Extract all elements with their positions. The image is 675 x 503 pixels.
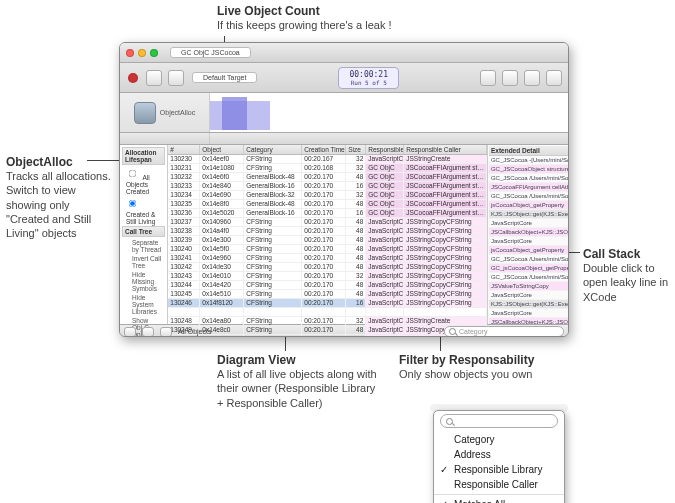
stack-frame[interactable]: GC_JSCocoa /Users/mini/Softwar… [489,192,568,201]
table-row[interactable]: 1302360x14e5020GeneralBlock-1600:20.1701… [168,209,487,218]
instruments-window: GC ObjC JSCocoa Default Target 00:00:21 … [119,42,569,337]
stack-frame[interactable]: JavaScriptCore [489,309,568,318]
table-row[interactable]: 1302480x14ea80CFString00:20.17032JavaScr… [168,317,487,326]
table-row[interactable]: 1302400x14e5f0CFString00:20.17048JavaScr… [168,245,487,254]
popup-matches-all[interactable]: Matches All [434,494,564,503]
table-row[interactable]: 1302460x14f8120CFString00:20.17016JavaSc… [168,299,487,308]
toolbar: Default Target 00:00:21 Run 5 of 5 [120,63,568,93]
time-display: 00:00:21 Run 5 of 5 [338,67,399,89]
record-button[interactable] [128,73,138,83]
stack-frame[interactable]: JavaScriptCore [489,219,568,228]
view-button[interactable] [524,70,540,86]
table-row[interactable]: 1302380x14a4f0CFString00:20.17048JavaScr… [168,227,487,236]
stack-frame[interactable]: GC_JSCocoaObject structureFrom… [489,165,568,174]
ann-objectalloc-title: ObjectAlloc [6,155,114,169]
col-ctime: Creation Time [302,145,346,154]
table-row[interactable]: 1302420x14de30CFString00:20.17048JavaScr… [168,263,487,272]
objectalloc-icon [134,102,156,124]
col-resp-lib: Responsible Li [366,145,404,154]
stack-frame[interactable]: GC_JSCocoa /Users/mini/Softwr [489,255,568,264]
stack-frame[interactable]: jsCocoaObject_getProperty [489,246,568,255]
sidebar-invert-tree[interactable]: Invert Call Tree [122,254,165,270]
table-row[interactable]: 1302430x14e010CFString00:20.17032JavaScr… [168,272,487,281]
search-icon [449,328,456,335]
popup-responsible-library[interactable]: Responsible Library [434,462,564,477]
col-num: # [168,145,200,154]
stack-frame[interactable]: JSCallbackObject+KJS::JSObject… [489,228,568,237]
view-diagram-button[interactable] [160,327,172,337]
sidebar-hide-missing[interactable]: Hide Missing Symbols [122,270,165,293]
search-icon [446,418,453,425]
stack-frame[interactable]: JSValueToStringCopy [489,282,568,291]
sidebar-separate-thread[interactable]: Separate by Thread [122,238,165,254]
table-row[interactable]: 1302320x14e6f0GeneralBlock-4800:20.17048… [168,173,487,182]
stack-frame[interactable]: GC_JSCocoa /Users/mini/Softwar… [489,174,568,183]
search-filter-popup[interactable]: Category Address Responsible Library Res… [433,410,565,503]
extended-detail-panel[interactable]: Extended Detail GC_JSCocoa -[Users/mini/… [487,145,569,324]
col-category: Category [244,145,302,154]
timeline: ObjectAlloc [120,93,568,133]
stack-frame[interactable]: jsCocoaObject_getProperty [489,201,568,210]
range-end-button[interactable] [502,70,518,86]
ann-callstack-body: Double click to open leaky line in XCode [583,261,669,304]
ann-filter-title: Filter by Responsability [399,353,579,367]
table-row[interactable]: 1302310x14e1080CFString00:20.16832GC Obj… [168,164,487,173]
popup-address[interactable]: Address [434,447,564,462]
zoom-icon[interactable] [150,49,158,57]
popup-responsible-caller[interactable]: Responsible Caller [434,477,564,492]
sidebar-hide-system[interactable]: Hide System Libraries [122,293,165,316]
table-row[interactable]: 1302450x14e510CFString00:20.17048JavaScr… [168,290,487,299]
table-header[interactable]: # Object Category Creation Time Size Res… [168,145,487,155]
extended-detail-header: Extended Detail [489,146,568,156]
stack-frame[interactable]: JavaScriptCore [489,291,568,300]
ann-callstack-title: Call Stack [583,247,669,261]
table-row[interactable]: 1302390x14e300CFString00:20.17048JavaScr… [168,236,487,245]
table-row[interactable]: 1302490x14e8c0CFString00:20.17048JavaScr… [168,326,487,335]
options-sidebar: Allocation Lifespan All Objects Created … [120,145,168,324]
ann-objectalloc-body: Tracks all allocations. Switch to view s… [6,169,114,240]
stack-frame[interactable]: GC_jsCocoaObject_getProperty [489,264,568,273]
table-row[interactable]: 1302410x14e960CFString00:20.17048JavaScr… [168,254,487,263]
range-start-button[interactable] [480,70,496,86]
minimize-icon[interactable] [138,49,146,57]
search-field[interactable]: Category [444,326,564,337]
view-outline-button[interactable] [142,327,154,337]
stack-frame[interactable]: KJS::JSObject::get(KJS::ExecSta… [489,300,568,309]
library-button[interactable] [546,70,562,86]
view-mode-button[interactable] [124,327,136,337]
sidebar-created-still-living[interactable]: Created & Still Living [122,196,165,226]
table-row[interactable]: 1302350x14e8f0GeneralBlock-4800:20.17048… [168,200,487,209]
window-controls[interactable] [126,49,158,57]
sidebar-all-objects[interactable]: All Objects Created [122,166,165,196]
stack-frame[interactable]: JSCallbackObject+KJS::JSObject… [489,318,568,324]
stack-frame[interactable]: JSCocoaFFIArgument cellAtIndex [489,183,568,192]
ann-filter-body: Only show objects you own [399,367,579,381]
objects-table[interactable]: # Object Category Creation Time Size Res… [168,145,487,324]
footer-breadcrumb[interactable]: All Objects [178,328,211,335]
table-row[interactable]: 1302340x14e690GeneralBlock-3200:20.17032… [168,191,487,200]
ann-live-count-body: If this keeps growing there's a leak ! [217,18,392,32]
table-row[interactable] [168,308,487,317]
default-target-select[interactable]: Default Target [192,72,257,83]
stack-frame[interactable]: GC_JSCocoa /Users/mini/Softwr [489,273,568,282]
col-size: Size [346,145,366,154]
table-row[interactable]: 1302300x14eef0CFString00:20.16732JavaScr… [168,155,487,164]
stack-frame[interactable]: JavaScriptCore [489,237,568,246]
table-row[interactable]: 1302440x14e420CFString00:20.17048JavaScr… [168,281,487,290]
window-title: GC ObjC JSCocoa [170,47,251,58]
connector [87,160,121,161]
popup-search[interactable] [440,414,558,428]
ann-diagram-title: Diagram View [217,353,377,367]
loop-button[interactable] [168,70,184,86]
table-row[interactable]: 1302370x140960CFString00:20.17048JavaScr… [168,218,487,227]
table-row[interactable]: 1302330x14e840GeneralBlock-1600:20.17016… [168,182,487,191]
stack-frame[interactable]: KJS::JSObject::get(KJS::ExecState*, KJS… [489,210,568,219]
close-icon[interactable] [126,49,134,57]
col-resp-caller: Responsible Caller [404,145,487,154]
popup-category[interactable]: Category [434,432,564,447]
track-separator [120,133,568,145]
allocation-graph[interactable] [210,93,568,132]
pause-button[interactable] [146,70,162,86]
stack-frame[interactable]: GC_JSCocoa -[Users/mini/Softwar… [489,156,568,165]
instrument-track[interactable]: ObjectAlloc [120,93,210,132]
